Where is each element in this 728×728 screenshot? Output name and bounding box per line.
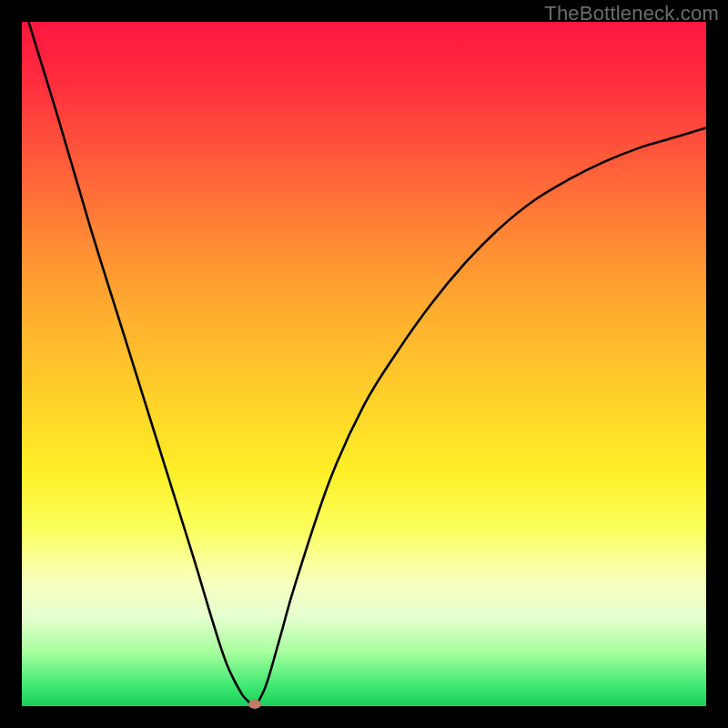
plot-area — [22, 22, 706, 706]
minimum-marker — [248, 700, 261, 709]
bottleneck-curve — [22, 22, 706, 706]
chart-frame: TheBottleneck.com — [0, 0, 728, 728]
